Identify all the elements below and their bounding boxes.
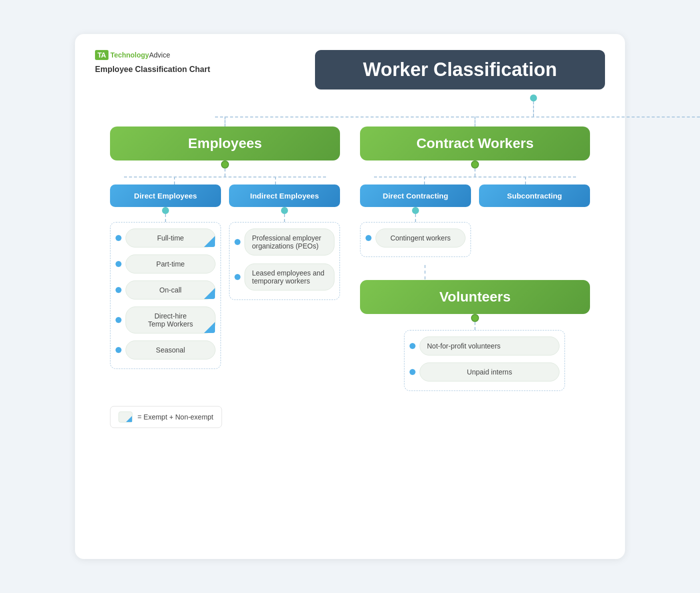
main-title: Worker Classification: [340, 59, 580, 80]
direct-contract-stub: [374, 176, 475, 184]
employees-section: Employees: [110, 118, 350, 391]
indirect-dot-line: [281, 207, 288, 222]
direct-contracting-box: Direct Contracting: [360, 184, 471, 207]
indirect-employees-label: Indirect Employees: [250, 192, 319, 200]
employees-label: Employees: [125, 136, 325, 152]
leaf-oncall: On-call: [126, 280, 216, 300]
chart-subtitle: Employee Classification Chart: [95, 65, 210, 74]
direct-stub: [124, 176, 225, 184]
leaf-peo: Professional employer organizations (PEO…: [244, 228, 334, 256]
employees-green-dot: [221, 160, 229, 168]
contract-dot-line: [471, 160, 479, 176]
vol-green-dot: [471, 314, 479, 322]
dc-items-box: Contingent workers: [360, 222, 471, 257]
contract-sub-row: Direct Contracting Contingent workers: [360, 184, 590, 257]
employees-vert: [224, 168, 226, 176]
leaf-dot-leased: [234, 274, 240, 280]
indirect-stub: [225, 176, 326, 184]
vol-items-box: Not-for-profit volunteers Unpaid interns: [404, 330, 565, 391]
logo: TA TechnologyAdvice: [95, 50, 210, 60]
sub-vert-stub: [525, 176, 526, 184]
leaf-dot-peo: [234, 239, 240, 245]
contract-green-dot: [471, 160, 479, 168]
leaf-parttime: Part-time: [126, 254, 216, 274]
employees-branch: [124, 176, 326, 184]
leaf-row-directhire: Direct-hireTemp Workers: [116, 306, 216, 334]
direct-vert-stub: [174, 176, 175, 184]
leaf-dot-nonprofit: [410, 343, 416, 349]
leaf-directhire: Direct-hireTemp Workers: [126, 306, 216, 334]
contract-workers-box: Contract Workers: [360, 126, 590, 160]
leaf-row-seasonal: Seasonal: [116, 340, 216, 360]
direct-contracting-col: Direct Contracting Contingent workers: [360, 184, 471, 257]
leaf-dot-unpaid: [410, 369, 416, 375]
leaf-row-nonprofit: Not-for-profit volunteers: [410, 336, 560, 356]
logo-text: TechnologyAdvice: [110, 51, 170, 59]
legend-box-icon: [118, 412, 132, 422]
leaf-row-unpaid: Unpaid interns: [410, 362, 560, 382]
leaf-row-parttime: Part-time: [116, 254, 216, 274]
leaf-contingent: Contingent workers: [376, 228, 466, 248]
teal-dot-top: [530, 94, 537, 102]
leaf-leased: Leased employees and temporary workers: [244, 264, 334, 290]
leaf-dot-directhire: [116, 317, 122, 323]
contract-horiz: [374, 176, 576, 178]
employees-dot-line: [221, 160, 229, 176]
header-area: TA TechnologyAdvice Employee Classificat…: [95, 50, 605, 90]
subcontracting-label: Subcontracting: [507, 192, 562, 200]
indirect-vert-stub: [275, 176, 276, 184]
direct-teal-dot: [162, 207, 169, 214]
dc-dot-line: [412, 207, 419, 222]
indirect-employees-box: Indirect Employees: [229, 184, 340, 207]
logo-area: TA TechnologyAdvice Employee Classificat…: [95, 50, 210, 74]
legend-text: = Exempt + Non-exempt: [138, 413, 214, 421]
subcontracting-col: Subcontracting: [479, 184, 590, 257]
volunteers-label: Volunteers: [375, 289, 575, 305]
leaf-dot-fulltime: [116, 235, 122, 241]
leaf-row-oncall: On-call: [116, 280, 216, 300]
leaf-row-contingent: Contingent workers: [366, 228, 466, 248]
leaf-dot-contingent: [366, 235, 372, 241]
vol-dot-line: [471, 314, 479, 330]
employees-box: Employees: [110, 126, 340, 160]
leaf-row-leased: Leased employees and temporary workers: [234, 264, 334, 290]
direct-contract-vert-stub: [424, 176, 425, 184]
direct-employees-label: Direct Employees: [134, 192, 197, 200]
leaf-row-fulltime: Full-time: [116, 228, 216, 248]
leaf-dot-parttime: [116, 261, 122, 267]
volunteers-box: Volunteers: [360, 280, 590, 314]
employees-sub-row: Direct Employees Full-time: [110, 184, 340, 369]
leaf-dot-seasonal: [116, 347, 122, 353]
emp-horiz: [124, 176, 326, 178]
leaf-seasonal: Seasonal: [126, 340, 216, 360]
direct-employees-box: Direct Employees: [110, 184, 221, 207]
direct-contracting-label: Direct Contracting: [383, 192, 448, 200]
logo-box: TA: [95, 50, 108, 60]
indirect-teal-dot: [281, 207, 288, 214]
sub-stub: [475, 176, 576, 184]
subcontracting-box: Subcontracting: [479, 184, 590, 207]
contract-branch: [374, 176, 576, 184]
leaf-fulltime: Full-time: [126, 228, 216, 248]
leaf-nonprofit: Not-for-profit volunteers: [420, 336, 560, 356]
vert-line-top: [533, 102, 534, 116]
indirect-employees-col: Indirect Employees Professional employer…: [229, 184, 340, 369]
leaf-dot-oncall: [116, 287, 122, 293]
leaf-row-peo: Professional employer organizations (PEO…: [234, 228, 334, 256]
direct-dot-line: [162, 207, 169, 222]
main-title-box: Worker Classification: [315, 50, 605, 90]
indirect-vert: [284, 214, 285, 222]
indirect-items-box: Professional employer organizations (PEO…: [229, 222, 340, 300]
top-connector: [530, 94, 537, 116]
chart-container: TA TechnologyAdvice Employee Classificat…: [75, 34, 625, 559]
leaf-unpaid: Unpaid interns: [420, 362, 560, 382]
dc-vert: [415, 214, 416, 222]
contract-vert: [474, 168, 476, 176]
legend: = Exempt + Non-exempt: [110, 406, 222, 428]
vol-vert: [474, 322, 476, 330]
employees-stub: [224, 116, 226, 126]
direct-items-box: Full-time Part-time On-call: [110, 222, 221, 369]
contract-stub: [474, 116, 476, 126]
dc-teal-dot: [412, 207, 419, 214]
direct-vert: [165, 214, 166, 222]
